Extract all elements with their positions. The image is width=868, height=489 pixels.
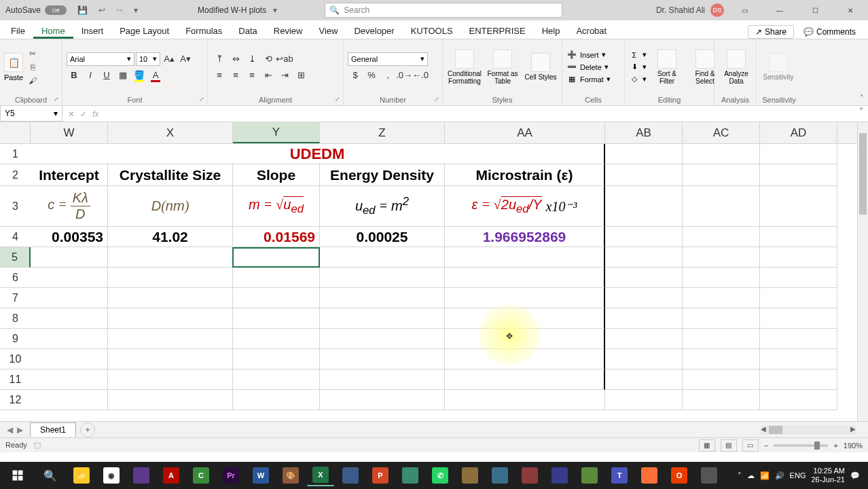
tab-review[interactable]: Review (266, 22, 311, 39)
prev-sheet-icon[interactable]: ◀ (7, 425, 13, 435)
save-icon[interactable]: 💾 (72, 5, 93, 15)
taskbar-app[interactable]: 🎨 (277, 465, 304, 486)
system-tray[interactable]: ˄ ☁ 📶 🔊 ENG 10:25 AM 26-Jun-21 💬 (738, 467, 865, 484)
cell[interactable] (605, 227, 683, 247)
name-box[interactable]: Y5▾ (0, 106, 62, 122)
cell-y5[interactable] (233, 247, 320, 268)
cell[interactable] (31, 288, 108, 308)
zoom-thumb[interactable] (814, 441, 820, 450)
decrease-indent-icon[interactable]: ⇤ (261, 69, 276, 82)
alignment-dialog-icon[interactable]: ⤢ (335, 96, 340, 103)
cell[interactable] (605, 390, 683, 410)
taskbar-excel[interactable]: X (307, 465, 334, 486)
cell[interactable] (445, 369, 605, 390)
cell[interactable] (445, 247, 605, 268)
taskbar-app[interactable] (486, 465, 513, 486)
cell-w2[interactable]: Intercept (31, 164, 108, 186)
font-name-select[interactable]: Arial▾ (67, 52, 134, 66)
cell[interactable] (108, 349, 233, 369)
cell[interactable] (683, 227, 760, 247)
increase-decimal-icon[interactable]: .0→ (397, 69, 412, 82)
taskbar-app[interactable] (397, 465, 424, 486)
scroll-thumb[interactable] (859, 133, 867, 215)
cell[interactable] (445, 349, 605, 369)
cell[interactable] (683, 390, 760, 410)
clear-icon[interactable]: ◇ (629, 74, 640, 85)
fill-color-icon[interactable]: 🪣 (132, 69, 147, 82)
cell[interactable] (320, 390, 445, 410)
cell-title[interactable]: UDEDM (31, 144, 605, 164)
align-right-icon[interactable]: ≡ (245, 69, 259, 82)
cell[interactable] (760, 164, 837, 186)
cell-z2[interactable]: Energy Density (320, 164, 445, 186)
cell[interactable] (108, 308, 233, 329)
col-header-w[interactable]: W (31, 122, 108, 143)
cell[interactable] (760, 288, 837, 308)
cell-w4[interactable]: 0.00353 (31, 227, 108, 247)
cell[interactable] (760, 308, 837, 329)
taskbar-app[interactable]: C (187, 465, 215, 486)
cell[interactable] (605, 144, 683, 164)
col-header-ad[interactable]: AD (760, 122, 837, 143)
autosum-icon[interactable]: Σ (629, 50, 640, 60)
zoom-slider[interactable] (774, 444, 828, 447)
normal-view-icon[interactable]: ▦ (699, 439, 715, 452)
wrap-text-icon[interactable]: ↩ab (277, 52, 292, 66)
tab-enterprise[interactable]: ENTERPRISE (461, 22, 534, 39)
col-header-ac[interactable]: AC (683, 122, 760, 143)
enter-formula-icon[interactable]: ✓ (80, 109, 87, 119)
taskbar-chrome[interactable]: ◉ (98, 465, 125, 486)
analyze-data-button[interactable]: Analyze Data (719, 48, 754, 86)
cell-aa4[interactable]: 1.966952869 (445, 227, 605, 247)
collapse-ribbon-icon[interactable]: ˄ (860, 94, 864, 103)
comma-format-icon[interactable]: , (380, 69, 395, 82)
taskbar-powerpoint[interactable]: P (367, 465, 394, 486)
font-color-icon[interactable]: A (148, 69, 163, 82)
formula-input[interactable] (104, 106, 854, 122)
cell[interactable] (683, 288, 760, 308)
cell[interactable] (108, 390, 233, 410)
macro-record-icon[interactable]: ⬚ (34, 441, 41, 450)
scroll-thumb[interactable] (769, 426, 782, 434)
tab-home[interactable]: Home (33, 22, 73, 39)
undo-icon[interactable]: ↩ (93, 5, 111, 15)
underline-button[interactable]: U (99, 69, 114, 82)
cell[interactable] (760, 186, 837, 227)
cell[interactable] (31, 390, 108, 410)
cell[interactable] (31, 329, 108, 349)
tray-network-icon[interactable]: 📶 (760, 471, 770, 480)
scroll-right-icon[interactable]: ▶ (850, 425, 856, 433)
sheet-tab-active[interactable]: Sheet1 (30, 422, 76, 437)
worksheet-grid[interactable]: 1 2 3 4 5 6 7 8 9 10 11 12 W X Y Z AA AB… (0, 122, 868, 421)
cell[interactable] (760, 329, 837, 349)
cell-z4[interactable]: 0.00025 (320, 227, 445, 247)
cell[interactable] (760, 369, 837, 390)
qat-customize-icon[interactable]: ▾ (128, 5, 143, 15)
percent-format-icon[interactable]: % (364, 69, 379, 82)
zoom-level[interactable]: 190% (844, 441, 863, 450)
align-center-icon[interactable]: ≡ (228, 69, 243, 82)
scroll-left-icon[interactable]: ◀ (761, 425, 766, 433)
ribbon-display-icon[interactable]: ▭ (729, 0, 759, 20)
row-header-5[interactable]: 5 (0, 247, 31, 268)
col-header-aa[interactable]: AA (445, 122, 605, 143)
taskbar-file-explorer[interactable]: 📁 (68, 465, 95, 486)
number-dialog-icon[interactable]: ⤢ (434, 96, 439, 103)
cell[interactable] (605, 308, 683, 329)
paste-icon[interactable]: 📋 (4, 53, 23, 72)
cell-x3[interactable]: D(nm) (108, 186, 233, 227)
accounting-format-icon[interactable]: $ (348, 69, 363, 82)
cell[interactable] (605, 288, 683, 308)
cell-x4[interactable]: 41.02 (108, 227, 233, 247)
taskbar-premiere[interactable]: Pr (217, 465, 245, 486)
cell[interactable] (31, 369, 108, 390)
row-header-9[interactable]: 9 (0, 329, 31, 349)
close-icon[interactable]: ✕ (835, 0, 865, 20)
cell[interactable] (108, 329, 233, 349)
tab-help[interactable]: Help (534, 22, 568, 39)
bold-button[interactable]: B (67, 69, 82, 82)
decrease-font-icon[interactable]: A▾ (178, 52, 193, 66)
insert-cells-button[interactable]: ➕Insert ▾ (566, 50, 611, 60)
cell[interactable] (320, 308, 445, 329)
fx-icon[interactable]: fx (92, 109, 98, 119)
